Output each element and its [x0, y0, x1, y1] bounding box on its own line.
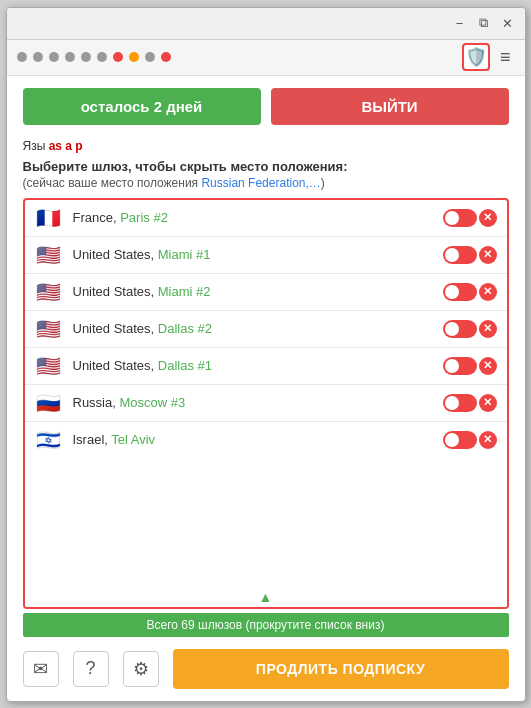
dot-2: [33, 52, 43, 62]
minimize-button[interactable]: −: [449, 12, 471, 34]
gateway-heading: Выберите шлюз, чтобы скрыть место положе…: [23, 159, 509, 174]
toggle-switch[interactable]: [443, 394, 477, 412]
gateway-name: United States, Miami #1: [73, 247, 433, 262]
maximize-button[interactable]: ⧉: [473, 12, 495, 34]
subscribe-button[interactable]: ПРОДЛИТЬ ПОДПИСКУ: [173, 649, 509, 689]
browser-toolbar: 🛡️ ≡: [7, 40, 525, 76]
days-remaining-button[interactable]: осталось 2 дней: [23, 88, 261, 125]
dot-3: [49, 52, 59, 62]
settings-button[interactable]: ⚙: [123, 651, 159, 687]
toggle-x-button[interactable]: ✕: [479, 320, 497, 338]
list-item: 🇺🇸United States, Dallas #1✕: [25, 348, 507, 385]
toggle-container: ✕: [443, 283, 497, 301]
list-item: 🇺🇸United States, Dallas #2✕: [25, 311, 507, 348]
lang-highlight: as a p: [49, 139, 83, 153]
dot-5: [81, 52, 91, 62]
shield-button[interactable]: 🛡️: [462, 43, 490, 71]
dot-10: [161, 52, 171, 62]
flag-icon: 🇮🇱: [35, 431, 63, 449]
toggle-container: ✕: [443, 394, 497, 412]
gateway-name: United States, Dallas #2: [73, 321, 433, 336]
toggle-x-button[interactable]: ✕: [479, 209, 497, 227]
toggle-container: ✕: [443, 320, 497, 338]
toggle-container: ✕: [443, 246, 497, 264]
flag-icon: 🇷🇺: [35, 394, 63, 412]
flag-icon: 🇺🇸: [35, 283, 63, 301]
close-button[interactable]: ✕: [497, 12, 519, 34]
toggle-switch[interactable]: [443, 357, 477, 375]
list-item: 🇷🇺Russia, Moscow #3✕: [25, 385, 507, 422]
toggle-switch[interactable]: [443, 246, 477, 264]
language-row: Язы as a p: [23, 139, 509, 153]
toggle-switch[interactable]: [443, 283, 477, 301]
gateway-list: 🇫🇷France, Paris #2✕🇺🇸United States, Miam…: [25, 200, 507, 587]
main-window: − ⧉ ✕ 🛡️ ≡ осталось 2 дней ВЫЙТИ Язы as …: [6, 7, 526, 702]
dot-7: [113, 52, 123, 62]
toggle-switch[interactable]: [443, 431, 477, 449]
gateway-list-container: 🇫🇷France, Paris #2✕🇺🇸United States, Miam…: [23, 198, 509, 609]
toggle-container: ✕: [443, 357, 497, 375]
dot-6: [97, 52, 107, 62]
dot-8: [129, 52, 139, 62]
toggle-container: ✕: [443, 209, 497, 227]
list-item: 🇫🇷France, Paris #2✕: [25, 200, 507, 237]
flag-icon: 🇺🇸: [35, 246, 63, 264]
dot-4: [65, 52, 75, 62]
gateway-name: United States, Miami #2: [73, 284, 433, 299]
toggle-switch[interactable]: [443, 209, 477, 227]
toggle-x-button[interactable]: ✕: [479, 431, 497, 449]
scroll-arrow-down: ▲: [25, 587, 507, 607]
list-item: 🇺🇸United States, Miami #1✕: [25, 237, 507, 274]
email-button[interactable]: ✉: [23, 651, 59, 687]
menu-button[interactable]: ≡: [496, 45, 515, 70]
dot-1: [17, 52, 27, 62]
gateway-name: United States, Dallas #1: [73, 358, 433, 373]
dot-9: [145, 52, 155, 62]
gateway-sub: (сейчас ваше место положения Russian Fed…: [23, 176, 509, 190]
gateway-name: Israel, Tel Aviv: [73, 432, 433, 447]
gateway-name: France, Paris #2: [73, 210, 433, 225]
lang-prefix: Язы: [23, 139, 46, 153]
toggle-switch[interactable]: [443, 320, 477, 338]
exit-button[interactable]: ВЫЙТИ: [271, 88, 509, 125]
bottom-row: ✉ ? ⚙ ПРОДЛИТЬ ПОДПИСКУ: [23, 649, 509, 689]
top-buttons: осталось 2 дней ВЫЙТИ: [23, 88, 509, 125]
titlebar: − ⧉ ✕: [7, 8, 525, 40]
toggle-x-button[interactable]: ✕: [479, 357, 497, 375]
help-button[interactable]: ?: [73, 651, 109, 687]
total-gateways-banner: Всего 69 шлюзов (прокрутите список вниз): [23, 613, 509, 637]
toggle-x-button[interactable]: ✕: [479, 246, 497, 264]
list-item: 🇺🇸United States, Miami #2✕: [25, 274, 507, 311]
toggle-x-button[interactable]: ✕: [479, 394, 497, 412]
toggle-x-button[interactable]: ✕: [479, 283, 497, 301]
gateway-name: Russia, Moscow #3: [73, 395, 433, 410]
gateway-sub-prefix: (сейчас ваше место положения: [23, 176, 202, 190]
shield-icon: 🛡️: [465, 46, 487, 68]
list-item: 🇮🇱Israel, Tel Aviv✕: [25, 422, 507, 458]
main-content: осталось 2 дней ВЫЙТИ Язы as a p Выберит…: [7, 76, 525, 701]
flag-icon: 🇫🇷: [35, 209, 63, 227]
gateway-location-link[interactable]: Russian Federation,…: [201, 176, 320, 190]
gateway-sub-suffix: ): [321, 176, 325, 190]
flag-icon: 🇺🇸: [35, 320, 63, 338]
flag-icon: 🇺🇸: [35, 357, 63, 375]
toggle-container: ✕: [443, 431, 497, 449]
